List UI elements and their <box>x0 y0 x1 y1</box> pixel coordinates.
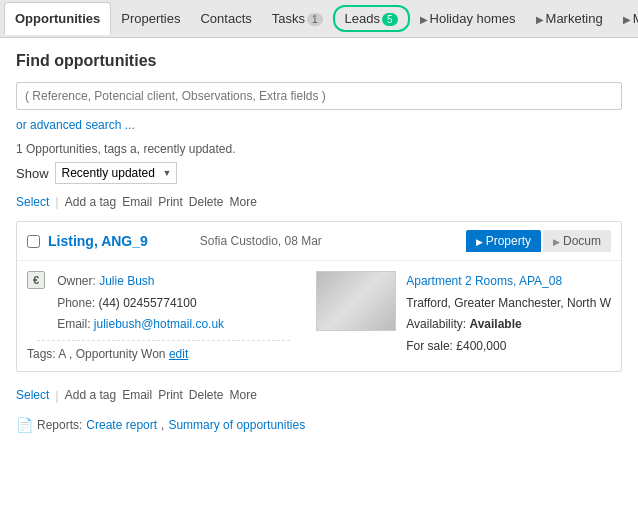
show-select-wrap: Recently updated <box>55 162 177 184</box>
show-bar: Show Recently updated <box>16 162 622 184</box>
bottom-add-tag-link[interactable]: Add a tag <box>65 388 116 402</box>
tags-label: Tags: <box>27 347 56 361</box>
nav-item-holiday-homes[interactable]: ▶Holiday homes <box>410 3 526 34</box>
nav-item-properties[interactable]: Properties <box>111 3 190 34</box>
top-select-link[interactable]: Select <box>16 195 49 209</box>
reports-bar: 📄 Reports: Create report, Summary of opp… <box>16 407 622 437</box>
top-add-tag-link[interactable]: Add a tag <box>65 195 116 209</box>
phone-value: (44) 02455774100 <box>99 296 197 310</box>
nav-label-tasks: Tasks <box>272 11 305 26</box>
nav-item-leads[interactable]: Leads5 <box>333 5 410 32</box>
nav-label-leads: Leads <box>345 11 380 26</box>
property-section: Apartment 2 Rooms, APA_08 Trafford, Grea… <box>316 271 611 361</box>
property-info: Apartment 2 Rooms, APA_08 Trafford, Grea… <box>406 271 611 361</box>
card-body: € Owner: Julie Bush Phone: (44) 02455774… <box>17 261 621 371</box>
advanced-search-link[interactable]: or advanced search ... <box>16 118 135 132</box>
property-img-inner <box>317 272 395 330</box>
status-line: 1 Opportunities, tags a, recently update… <box>16 142 622 156</box>
page-title: Find opportunities <box>16 52 622 70</box>
summary-link[interactable]: Summary of opportunities <box>168 418 305 432</box>
bottom-more-link[interactable]: More <box>230 388 257 402</box>
tags-value: A , Opportunity Won <box>58 347 165 361</box>
price-label: For sale: <box>406 339 453 353</box>
bottom-action-bar: Select | Add a tag Email Print Delete Mo… <box>16 380 622 407</box>
reports-label: Reports: <box>37 418 82 432</box>
owner-link[interactable]: Julie Bush <box>99 274 154 288</box>
tags-edit-link[interactable]: edit <box>169 347 188 361</box>
card-tab-property[interactable]: Property <box>466 230 541 252</box>
email-link[interactable]: juliebush@hotmail.co.uk <box>94 317 224 331</box>
create-report-link[interactable]: Create report <box>86 418 157 432</box>
availability-value: Available <box>469 317 521 331</box>
show-label: Show <box>16 166 49 181</box>
card-info: Owner: Julie Bush Phone: (44) 0245577410… <box>57 271 224 336</box>
listing-header: Listing, ANG_9 Sofia Custodio, 08 Mar Pr… <box>17 222 621 261</box>
bottom-select-link[interactable]: Select <box>16 388 49 402</box>
phone-label: Phone: <box>57 296 95 310</box>
card-left: € Owner: Julie Bush Phone: (44) 02455774… <box>27 271 300 361</box>
show-select[interactable]: Recently updated <box>55 162 177 184</box>
search-input[interactable] <box>16 82 622 110</box>
top-action-bar: Select | Add a tag Email Print Delete Mo… <box>16 190 622 213</box>
email-label: Email: <box>57 317 90 331</box>
nav-item-opportunities[interactable]: Opportunities <box>4 2 111 35</box>
top-nav: Opportunities Properties Contacts Tasks1… <box>0 0 638 38</box>
property-location: Trafford, Greater Manchester, North W <box>406 293 611 315</box>
reports-doc-icon: 📄 <box>16 417 33 433</box>
manage-web-arrow-icon: ▶ <box>623 14 631 25</box>
euro-badge: € <box>27 271 45 289</box>
nav-label-manage-web: Manage Web <box>633 11 638 26</box>
owner-label: Owner: <box>57 274 96 288</box>
reports-comma: , <box>161 418 164 432</box>
nav-item-manage-web[interactable]: ▶Manage Web <box>613 3 638 34</box>
holiday-arrow-icon: ▶ <box>420 14 428 25</box>
listing-card: Listing, ANG_9 Sofia Custodio, 08 Mar Pr… <box>16 221 622 372</box>
top-delete-link[interactable]: Delete <box>189 195 224 209</box>
availability-label: Availability: <box>406 317 466 331</box>
phone-row: Phone: (44) 02455774100 <box>57 293 224 315</box>
availability-row: Availability: Available <box>406 314 611 336</box>
card-tabs: Property Docum <box>466 230 611 252</box>
tags-row: Tags: A , Opportunity Won edit <box>27 347 300 361</box>
listing-meta: Sofia Custodio, 08 Mar <box>200 234 322 248</box>
bottom-delete-link[interactable]: Delete <box>189 388 224 402</box>
top-sep: | <box>55 194 58 209</box>
bottom-sep: | <box>55 388 58 403</box>
owner-row: Owner: Julie Bush <box>57 271 224 293</box>
main-content: Find opportunities or advanced search ..… <box>0 38 638 506</box>
bottom-email-link[interactable]: Email <box>122 388 152 402</box>
nav-label-holiday-homes: Holiday homes <box>430 11 516 26</box>
property-image <box>316 271 396 331</box>
top-print-link[interactable]: Print <box>158 195 183 209</box>
listing-checkbox[interactable] <box>27 235 40 248</box>
price-value: £400,000 <box>456 339 506 353</box>
price-row: For sale: £400,000 <box>406 336 611 358</box>
top-more-link[interactable]: More <box>230 195 257 209</box>
nav-item-tasks[interactable]: Tasks1 <box>262 3 333 34</box>
nav-item-marketing[interactable]: ▶Marketing <box>526 3 613 34</box>
nav-item-contacts[interactable]: Contacts <box>190 3 261 34</box>
nav-label-marketing: Marketing <box>546 11 603 26</box>
email-row: Email: juliebush@hotmail.co.uk <box>57 314 224 336</box>
marketing-arrow-icon: ▶ <box>536 14 544 25</box>
tasks-badge: 1 <box>307 13 323 26</box>
bottom-print-link[interactable]: Print <box>158 388 183 402</box>
property-name-link[interactable]: Apartment 2 Rooms, APA_08 <box>406 274 562 288</box>
leads-badge: 5 <box>382 13 398 26</box>
card-tab-document[interactable]: Docum <box>543 230 611 252</box>
top-email-link[interactable]: Email <box>122 195 152 209</box>
listing-title-link[interactable]: Listing, ANG_9 <box>48 233 192 249</box>
